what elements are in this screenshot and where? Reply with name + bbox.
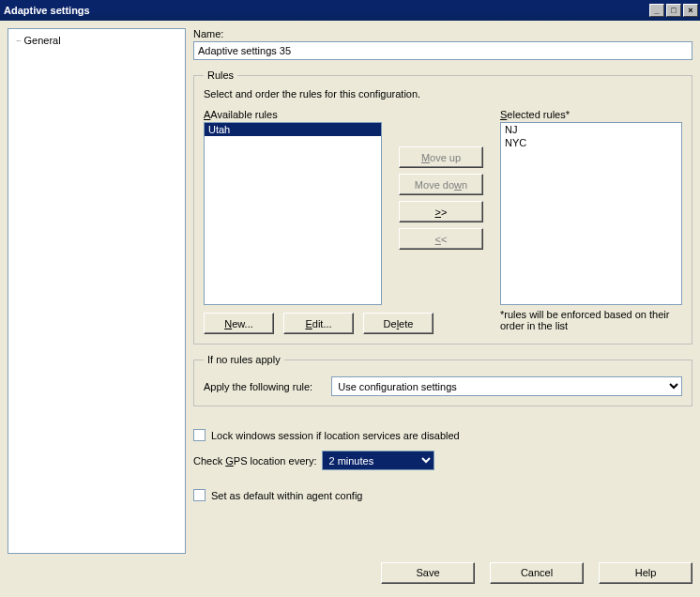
- move-buttons-column: Move up Move down >> <<: [389, 109, 493, 334]
- tree-item-label: General: [24, 35, 61, 46]
- fallback-select[interactable]: Use configuration settings: [331, 376, 682, 396]
- lock-session-label: Lock windows session if location service…: [211, 430, 460, 441]
- gps-label: Check GPS location every:: [193, 455, 316, 467]
- cancel-button[interactable]: Cancel: [490, 562, 584, 584]
- selected-rules-listbox[interactable]: NJ NYC: [500, 122, 682, 305]
- main-panel: Name: Rules Select and order the rules f…: [193, 28, 692, 554]
- available-rules-label: AAvailable rules: [204, 109, 382, 120]
- maximize-button[interactable]: □: [666, 4, 681, 17]
- titlebar: Adaptive settings _ □ ×: [0, 0, 700, 21]
- rules-instruction: Select and order the rules for this conf…: [204, 88, 682, 100]
- move-up-button[interactable]: Move up: [399, 146, 483, 168]
- content-area: ··· General Name: Rules Select and order…: [0, 21, 700, 561]
- selected-rules-label: Selected rules*: [500, 109, 682, 120]
- list-item[interactable]: NJ: [501, 123, 681, 136]
- remove-button[interactable]: <<: [399, 228, 483, 250]
- name-input[interactable]: [193, 41, 692, 60]
- rules-order-note: *rules will be enforced based on their o…: [500, 309, 682, 331]
- help-button[interactable]: Help: [599, 562, 692, 584]
- list-item[interactable]: Utah: [205, 123, 381, 136]
- available-column: AAvailable rules Utah New... Edit... Del…: [204, 109, 382, 334]
- available-rules-listbox[interactable]: Utah: [204, 122, 382, 305]
- default-config-row: Set as default within agent config: [193, 489, 692, 501]
- fallback-legend: If no rules apply: [204, 354, 284, 365]
- tree-dots-icon: ···: [16, 36, 21, 45]
- footer: Save Cancel Help: [0, 561, 700, 589]
- gps-row: Check GPS location every: 2 minutes: [193, 451, 692, 470]
- selected-column: Selected rules* NJ NYC *rules will be en…: [500, 109, 682, 334]
- gps-interval-select[interactable]: 2 minutes: [322, 451, 434, 470]
- name-field-group: Name:: [193, 28, 692, 60]
- fallback-fieldset: If no rules apply Apply the following ru…: [193, 354, 692, 406]
- edit-button[interactable]: Edit...: [283, 313, 354, 334]
- lock-session-row: Lock windows session if location service…: [193, 429, 692, 441]
- close-button[interactable]: ×: [683, 4, 698, 17]
- nav-tree[interactable]: ··· General: [8, 28, 186, 554]
- rules-legend: Rules: [204, 69, 237, 81]
- save-button[interactable]: Save: [381, 562, 475, 584]
- lock-session-checkbox[interactable]: [193, 429, 205, 441]
- rules-fieldset: Rules Select and order the rules for thi…: [193, 69, 692, 344]
- list-item[interactable]: NYC: [501, 136, 681, 149]
- new-button[interactable]: New...: [204, 313, 274, 334]
- default-config-checkbox[interactable]: [193, 489, 205, 501]
- move-down-button[interactable]: Move down: [399, 174, 483, 195]
- window-title: Adaptive settings: [4, 5, 647, 16]
- rule-actions: New... Edit... Delete: [204, 313, 382, 334]
- default-config-label: Set as default within agent config: [211, 490, 362, 501]
- add-button[interactable]: >>: [399, 201, 483, 222]
- tree-item-general[interactable]: ··· General: [12, 33, 181, 48]
- name-label: Name:: [193, 28, 692, 39]
- minimize-button[interactable]: _: [649, 4, 664, 17]
- fallback-label: Apply the following rule:: [204, 381, 312, 392]
